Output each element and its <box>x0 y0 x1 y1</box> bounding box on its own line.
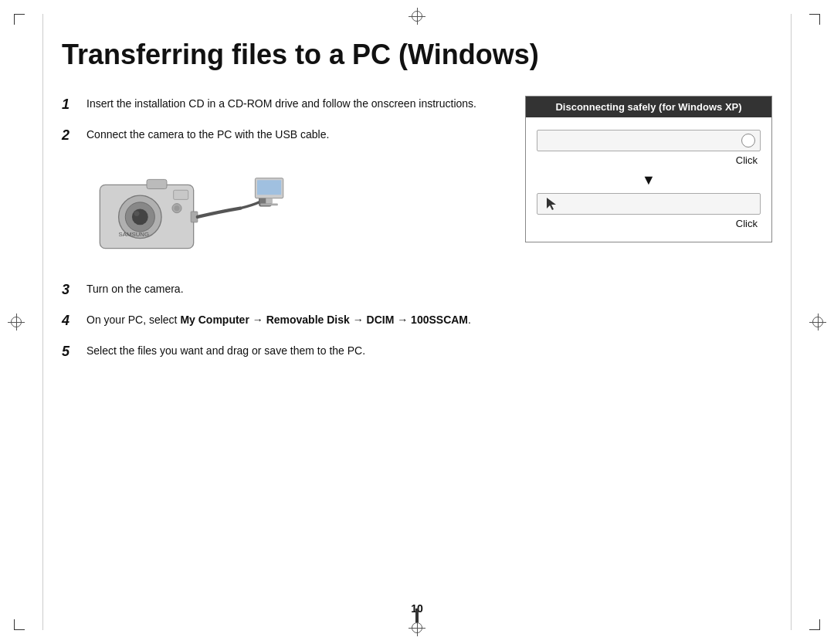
dialog-circle <box>741 134 755 147</box>
step-4-number: 4 <box>62 313 77 329</box>
dialog-bar-2 <box>537 193 761 215</box>
step-4: 4 On your PC, select My Computer → Remov… <box>62 312 479 329</box>
step-4-text: On your PC, select My Computer → Removab… <box>86 312 471 328</box>
svg-rect-12 <box>260 204 278 206</box>
svg-rect-10 <box>257 180 281 195</box>
dialog-bar-1 <box>537 130 761 151</box>
step-3-number: 3 <box>62 282 77 298</box>
corner-mark-bl <box>14 615 29 630</box>
page-title: Transferring files to a PC (Windows) <box>62 39 772 71</box>
down-arrow: ▼ <box>537 172 761 188</box>
svg-point-4 <box>134 211 140 216</box>
svg-point-3 <box>132 209 148 225</box>
step-5: 5 Select the files you want and drag or … <box>62 343 479 360</box>
step-3: 3 Turn on the camera. <box>62 281 479 298</box>
left-page-border <box>42 14 43 630</box>
camera-image-container: SAMSUNG <box>86 158 479 266</box>
crosshair-right <box>809 314 826 330</box>
crosshair-top <box>409 8 425 25</box>
cursor-icon <box>547 198 556 210</box>
svg-rect-6 <box>174 190 188 199</box>
disconnect-header: Disconnecting safely (for Windows XP) <box>526 97 771 117</box>
left-column: 1 Insert the installation CD in a CD-ROM… <box>62 96 494 374</box>
click-label-2: Click <box>537 218 761 229</box>
disconnect-body: Click ▼ Click <box>526 117 771 242</box>
step-3-text: Turn on the camera. <box>86 281 184 297</box>
click-label-1: Click <box>537 154 761 166</box>
corner-mark-br <box>805 615 820 630</box>
crosshair-left <box>8 314 25 330</box>
camera-illustration: SAMSUNG <box>86 158 287 266</box>
corner-mark-tr <box>805 14 820 29</box>
page-number-bar <box>415 608 419 622</box>
step-1: 1 Insert the installation CD in a CD-ROM… <box>62 96 479 113</box>
right-page-border <box>791 14 792 630</box>
svg-text:SAMSUNG: SAMSUNG <box>119 231 149 238</box>
step-5-number: 5 <box>62 344 77 360</box>
right-column: Disconnecting safely (for Windows XP) Cl… <box>525 96 772 242</box>
svg-marker-16 <box>547 198 556 210</box>
page: Transferring files to a PC (Windows) 1 I… <box>0 0 834 644</box>
step-2: 2 Connect the camera to the PC with the … <box>62 127 479 144</box>
content-area: 1 Insert the installation CD in a CD-ROM… <box>62 96 772 374</box>
step-2-number: 2 <box>62 127 77 144</box>
step-1-number: 1 <box>62 97 77 113</box>
step-5-text: Select the files you want and drag or sa… <box>86 343 365 359</box>
step-1-text: Insert the installation CD in a CD-ROM d… <box>86 96 476 112</box>
disconnect-box: Disconnecting safely (for Windows XP) Cl… <box>525 96 772 242</box>
svg-rect-11 <box>266 198 273 204</box>
svg-rect-5 <box>147 179 167 188</box>
svg-point-15 <box>175 205 180 211</box>
step-2-text: Connect the camera to the PC with the US… <box>86 127 329 143</box>
corner-mark-tl <box>14 14 29 29</box>
